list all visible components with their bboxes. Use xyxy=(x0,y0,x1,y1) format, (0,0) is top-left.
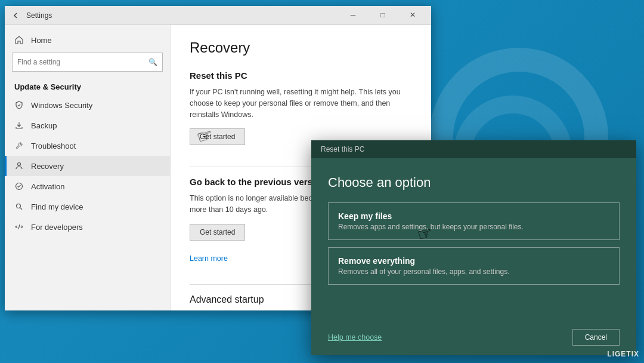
svg-point-0 xyxy=(18,163,21,166)
shield-icon xyxy=(14,100,24,110)
svg-point-2 xyxy=(17,204,21,208)
search-input[interactable] xyxy=(17,58,148,66)
sidebar: Home 🔍 Update & Security Windows Securit… xyxy=(5,25,171,310)
sidebar-item-for-developers[interactable]: For developers xyxy=(5,217,170,237)
dev-icon xyxy=(14,222,24,232)
sidebar-item-find-my-device[interactable]: Find my device xyxy=(5,196,170,217)
reset-pc-dialog: Reset this PC Choose an option Keep my f… xyxy=(311,140,636,355)
window-title: Settings xyxy=(26,11,339,20)
sidebar-item-recovery-label: Recovery xyxy=(31,162,64,171)
dialog-title-label: Reset this PC xyxy=(321,145,364,153)
reset-section-desc: If your PC isn't running well, resetting… xyxy=(190,87,412,120)
sidebar-item-home-label: Home xyxy=(31,36,52,45)
backup-icon xyxy=(14,121,24,130)
sidebar-item-activation-label: Activation xyxy=(31,182,64,191)
sidebar-section-title: Update & Security xyxy=(5,76,170,95)
check-circle-icon xyxy=(14,182,24,191)
window-controls: ─ □ ✕ xyxy=(339,6,426,24)
search-icon: 🔍 xyxy=(148,58,157,66)
page-title: Recovery xyxy=(190,39,412,56)
watermark: LIGETIX xyxy=(607,350,639,358)
sidebar-item-find-my-device-label: Find my device xyxy=(31,202,83,211)
reset-section-title: Reset this PC xyxy=(190,70,412,81)
sidebar-item-recovery[interactable]: Recovery xyxy=(5,156,170,176)
search-bar[interactable]: 🔍 xyxy=(12,53,163,72)
back-button[interactable] xyxy=(10,10,21,21)
dialog-footer: Help me choose Cancel xyxy=(311,322,636,355)
remove-everything-desc: Removes all of your personal files, apps… xyxy=(338,267,609,276)
title-bar: Settings ─ □ ✕ xyxy=(5,6,431,25)
dialog-heading: Choose an option xyxy=(328,175,620,190)
remove-everything-title: Remove everything xyxy=(338,256,609,266)
find-icon xyxy=(14,202,24,211)
keep-files-title: Keep my files xyxy=(338,211,609,221)
sidebar-item-backup-label: Backup xyxy=(31,121,57,130)
sidebar-item-for-developers-label: For developers xyxy=(31,223,83,232)
reset-get-started-button[interactable]: Get started xyxy=(190,128,245,145)
remove-everything-option[interactable]: Remove everything Removes all of your pe… xyxy=(328,247,620,285)
sidebar-item-backup[interactable]: Backup xyxy=(5,115,170,136)
cancel-button[interactable]: Cancel xyxy=(572,329,620,346)
keep-files-desc: Removes apps and settings, but keeps you… xyxy=(338,223,609,231)
sidebar-item-windows-security[interactable]: Windows Security xyxy=(5,95,170,115)
learn-more-link[interactable]: Learn more xyxy=(190,254,228,263)
recovery-icon xyxy=(14,161,24,171)
go-back-get-started-button[interactable]: Get started xyxy=(190,224,245,241)
close-button[interactable]: ✕ xyxy=(399,5,426,24)
dialog-body: Choose an option Keep my files Removes a… xyxy=(311,158,636,322)
maximize-button[interactable]: □ xyxy=(369,5,397,24)
sidebar-item-activation[interactable]: Activation xyxy=(5,176,170,196)
minimize-button[interactable]: ─ xyxy=(339,5,367,24)
sidebar-item-windows-security-label: Windows Security xyxy=(31,101,92,110)
home-icon xyxy=(14,35,24,45)
dialog-title-bar: Reset this PC xyxy=(311,140,636,158)
sidebar-item-troubleshoot[interactable]: Troubleshoot xyxy=(5,136,170,156)
keep-files-option[interactable]: Keep my files Removes apps and settings,… xyxy=(328,202,620,240)
sidebar-item-troubleshoot-label: Troubleshoot xyxy=(31,141,76,150)
sidebar-item-home[interactable]: Home xyxy=(5,30,170,50)
wrench-icon xyxy=(14,141,24,150)
help-me-choose-link[interactable]: Help me choose xyxy=(328,333,382,342)
